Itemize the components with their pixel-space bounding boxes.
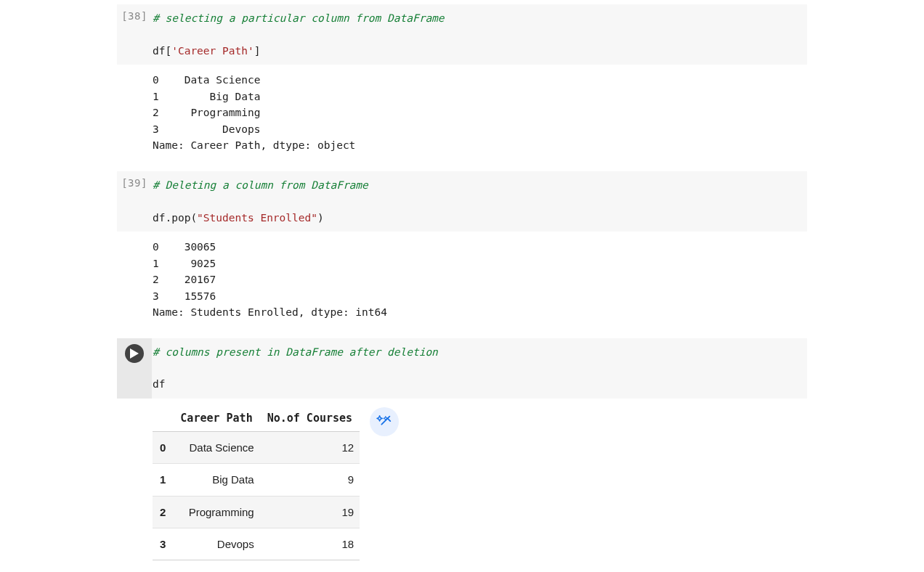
cell-value: 12 bbox=[260, 432, 360, 464]
code-editor[interactable]: # Deleting a column from DataFrame df.po… bbox=[152, 171, 807, 232]
code-cell: [38] # selecting a particular column fro… bbox=[117, 4, 807, 154]
execution-count-gutter: [38] bbox=[117, 4, 152, 65]
execution-count-gutter: [39] bbox=[117, 171, 152, 232]
cell-value: Data Science bbox=[173, 432, 259, 464]
code-editor[interactable]: # selecting a particular column from Dat… bbox=[152, 4, 807, 65]
cell-value: Devops bbox=[173, 528, 259, 560]
execution-count: [39] bbox=[121, 177, 147, 189]
code-cell: [39] # Deleting a column from DataFrame … bbox=[117, 171, 807, 321]
table-row: 0 Data Science 12 bbox=[153, 432, 360, 464]
cell-value: 19 bbox=[260, 496, 360, 528]
table-row: 1 Big Data 9 bbox=[153, 464, 360, 496]
row-index: 0 bbox=[153, 432, 173, 464]
row-index: 3 bbox=[153, 528, 173, 560]
cell-value: 9 bbox=[260, 464, 360, 496]
magic-wand-icon bbox=[376, 414, 392, 430]
suggest-charts-button[interactable] bbox=[370, 407, 399, 436]
dataframe-table: Career Path No.of Courses 0 Data Science… bbox=[153, 406, 360, 560]
table-column-header: Career Path bbox=[173, 406, 259, 432]
table-row: 2 Programming 19 bbox=[153, 496, 360, 528]
table-column-header: No.of Courses bbox=[260, 406, 360, 432]
cell-output: 0 Data Science 1 Big Data 2 Programming … bbox=[152, 65, 807, 153]
row-index: 1 bbox=[153, 464, 173, 496]
svg-line-2 bbox=[388, 418, 391, 421]
svg-line-1 bbox=[381, 417, 389, 425]
play-icon bbox=[130, 348, 139, 359]
run-button[interactable] bbox=[125, 344, 144, 363]
cell-value: Big Data bbox=[173, 464, 259, 496]
execution-count: [38] bbox=[121, 10, 147, 22]
cell-value: 18 bbox=[260, 528, 360, 560]
code-cell-active: # columns present in DataFrame after del… bbox=[117, 338, 807, 561]
cell-value: Programming bbox=[173, 496, 259, 528]
code-editor[interactable]: # columns present in DataFrame after del… bbox=[152, 338, 807, 399]
notebook: [38] # selecting a particular column fro… bbox=[117, 0, 807, 560]
table-index-header bbox=[153, 406, 173, 432]
row-index: 2 bbox=[153, 496, 173, 528]
svg-marker-0 bbox=[130, 348, 139, 359]
table-row: 3 Devops 18 bbox=[153, 528, 360, 560]
cell-output: 0 30065 1 9025 2 20167 3 15576 Name: Stu… bbox=[152, 232, 807, 320]
run-cell-gutter[interactable] bbox=[117, 338, 152, 399]
cell-output-dataframe: Career Path No.of Courses 0 Data Science… bbox=[152, 399, 807, 560]
